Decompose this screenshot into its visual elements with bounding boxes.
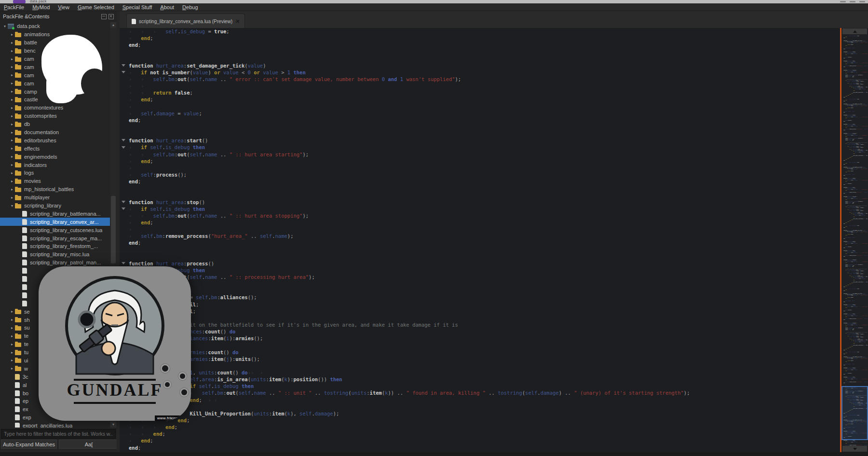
chevron-right-icon[interactable]: ▸ [9, 49, 15, 53]
code-line[interactable] [120, 130, 840, 137]
tree-row[interactable]: scripting_library_escape_ma... [0, 234, 110, 242]
window-titlebar[interactable]: data.pack [0, 0, 868, 3]
code-line[interactable]: › end; [120, 158, 840, 165]
code-line[interactable]: › end; [120, 280, 840, 287]
tree-row[interactable]: ▾scripting_library [0, 202, 110, 210]
menu-mymod[interactable]: MyMod [32, 4, 50, 10]
tree-row[interactable]: scripting_library_battlemana... [0, 209, 110, 218]
code-line[interactable]: › › self.bm:out(self.name .. " :: hurt a… [120, 151, 840, 158]
tree-row[interactable]: ▸indicators [0, 161, 110, 169]
chevron-right-icon[interactable]: ▸ [9, 106, 15, 110]
chevron-right-icon[interactable]: ▸ [9, 179, 15, 183]
code-line[interactable]: › › › units = armies:item(j):units(); [120, 356, 840, 362]
tree-row[interactable]: ▸db [0, 120, 110, 128]
maximize-button[interactable] [850, 1, 855, 2]
menu-special-stuff[interactable]: Special Stuff [122, 4, 152, 10]
chevron-right-icon[interactable]: ▸ [9, 57, 15, 61]
code-line[interactable] [120, 192, 840, 198]
code-line[interactable]: › › › › if self.area:is_in_area(units:it… [120, 376, 840, 383]
tree-filter-input[interactable] [1, 429, 116, 439]
chevron-right-icon[interactable]: ▸ [9, 130, 15, 135]
code-line[interactable]: › [120, 315, 840, 321]
menu-packfile[interactable]: PackFile [4, 4, 24, 10]
code-line[interactable]: › [120, 287, 840, 294]
code-line[interactable]: › [120, 165, 840, 171]
menu-about[interactable]: About [160, 4, 174, 10]
code-line[interactable]: end; [120, 117, 840, 124]
tree-row[interactable]: ▸multiplayer [0, 193, 110, 202]
scrollbar-thumb[interactable] [111, 196, 116, 263]
tree-row[interactable]: ▸enginemodels [0, 152, 110, 161]
chevron-right-icon[interactable]: ▸ [9, 187, 15, 192]
tree-row[interactable]: ▸editorbrushes [0, 136, 110, 144]
tree-row[interactable]: scripting_library_cutscenes.lua [0, 226, 110, 234]
chevron-right-icon[interactable]: ▸ [9, 342, 15, 346]
chevron-right-icon[interactable]: ▸ [9, 358, 15, 362]
code-line[interactable] [120, 124, 840, 130]
code-line[interactable] [120, 48, 840, 55]
chevron-right-icon[interactable]: ▸ [9, 163, 15, 167]
tree-row[interactable]: scripting_library_patrol_man... [0, 259, 110, 267]
code-line[interactable]: end; [842, 97, 868, 98]
minimap-up-icon[interactable] [842, 28, 867, 34]
minimap-scrollbar[interactable]: › › › self.is_debug = true;› end;end; fu… [840, 28, 868, 452]
tree-row[interactable]: ▸movies [0, 177, 110, 185]
code-line[interactable] [120, 55, 840, 62]
code-line[interactable]: end; [842, 160, 868, 161]
code-line[interactable]: function hurt_area:start() [120, 137, 840, 144]
code-line[interactable]: › local alliances = self.bm:alliances(); [120, 294, 840, 301]
code-line[interactable]: › if self.is_debug then [120, 267, 840, 274]
chevron-right-icon[interactable]: ▸ [9, 334, 15, 338]
code-line[interactable]: › › › › › › self.bm:out(self.name .. " :… [120, 389, 840, 396]
code-line[interactable]: › self.bm:remove_process("hurt_area_" ..… [842, 445, 868, 445]
code-line[interactable]: function hurt_area:set_damage_per_tick(v… [120, 62, 840, 69]
chevron-down-icon[interactable]: ▾ [9, 204, 15, 208]
tree-row[interactable]: ▸effects [0, 144, 110, 152]
code-line[interactable]: › self.bm:remove_process("hurt_area_" ..… [842, 382, 868, 383]
code-editor[interactable]: › › › self.is_debug = true;› end;end; fu… [120, 28, 840, 452]
case-sensitive-button[interactable]: Aa[ [59, 440, 119, 449]
code-line[interactable]: › › self.bm:out(self.name .. " error :: … [120, 76, 840, 83]
tree-row[interactable]: ▸animations [0, 30, 110, 39]
code-line[interactable]: › › › › › end; › › [120, 397, 840, 403]
code-line[interactable]: › › › end; [120, 424, 840, 430]
tree-row[interactable]: ▾data.pack [0, 22, 110, 30]
chevron-right-icon[interactable]: ▸ [9, 114, 15, 118]
chevron-right-icon[interactable]: ▸ [9, 97, 15, 102]
code-line[interactable]: end; [842, 287, 868, 288]
code-line[interactable]: end; [120, 239, 840, 246]
code-line[interactable]: › end; [120, 437, 840, 444]
code-line[interactable] [120, 185, 840, 192]
code-line[interactable]: › › self.bm:out(self.name .. " :: proces… [120, 274, 840, 280]
chevron-down-icon[interactable]: ▾ [2, 24, 8, 28]
code-line[interactable]: › end; [120, 35, 840, 41]
menu-view[interactable]: View [58, 4, 69, 10]
scroll-up-icon[interactable]: ▲ [110, 22, 116, 28]
code-line[interactable]: › › end; [120, 430, 840, 437]
code-line[interactable]: › › [120, 83, 840, 89]
code-line[interactable]: › if self.is_debug then [120, 206, 840, 212]
code-line[interactable]: function hurt_area:stop() [120, 199, 840, 206]
chevron-right-icon[interactable]: ▸ [9, 81, 15, 85]
chevron-right-icon[interactable]: ▸ [9, 309, 15, 314]
menu-debug[interactable]: Debug [182, 4, 198, 10]
chevron-right-icon[interactable]: ▸ [9, 195, 15, 200]
code-line[interactable]: › › self.bm:out(self.name .. " :: hurt a… [120, 212, 840, 219]
code-line[interactable]: › for i = 1, alliances:count() do [120, 328, 840, 335]
code-line[interactable]: › local units = nil; [120, 308, 840, 315]
chevron-right-icon[interactable]: ▸ [9, 326, 15, 330]
code-line[interactable]: › -- check each unit on the battlefield … [120, 321, 840, 328]
tree-row[interactable]: ▸customsprites [0, 112, 110, 120]
tree-row[interactable]: ▸commontextures [0, 104, 110, 112]
tab-scripting-library-convex-area[interactable]: scripting_library_convex_area.lua (Previ… [126, 14, 245, 28]
code-line[interactable] [120, 247, 840, 253]
code-line[interactable]: › local armies = nil; [120, 301, 840, 308]
code-line[interactable]: end; [120, 444, 840, 451]
code-line[interactable]: › [120, 226, 840, 233]
code-line[interactable]: › self.bm:remove_process("hurt_area_" ..… [842, 318, 868, 319]
tree-row[interactable]: export_ancillaries.lua [0, 422, 110, 428]
code-line[interactable]: end; [842, 223, 868, 224]
code-line[interactable]: › › › › › [120, 403, 840, 410]
chevron-right-icon[interactable]: ▸ [9, 318, 15, 322]
chevron-right-icon[interactable]: ▸ [9, 171, 15, 175]
